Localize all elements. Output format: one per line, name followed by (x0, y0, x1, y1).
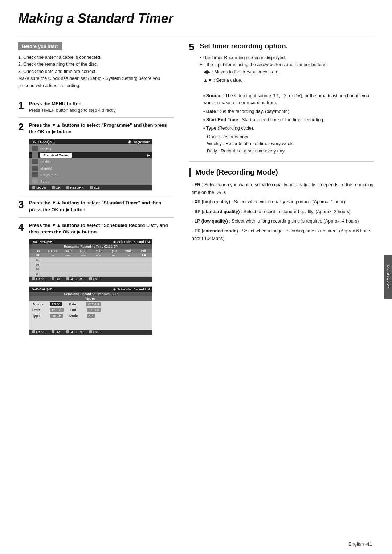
before-you-start-content: 1. Check the antenna cable is connected.… (18, 54, 174, 89)
step-1: 1 Press the MENU button. Press TIMER but… (18, 101, 174, 113)
step-4-screen-1: DVD-RAM(VR) ◉ Scheduled Record List Rema… (29, 239, 152, 282)
mode-bar-icon (189, 168, 191, 177)
step-5: 5 Set timer recording option. • The Time… (189, 42, 374, 155)
step-2-screen: DVD-RAM(VR) ◉ Programme Fin.End Standard… (29, 139, 152, 191)
before-you-start-box: Before you start (18, 42, 62, 50)
step-2: 2 Press the ▼▲ buttons to select "Progra… (18, 122, 174, 135)
step-4-screen-2: DVD-RAM(VR) ◉ Scheduled Record List Rema… (29, 286, 152, 335)
side-tab: Recording (384, 255, 392, 299)
page-title: Making a Standard Timer (18, 11, 374, 29)
mode-section: Mode (Recording Mode) - FR : Select when… (189, 168, 374, 242)
step-4: 4 Press the ▼▲ buttons to select "Schedu… (18, 222, 174, 235)
page-footer: English -41 (348, 541, 372, 547)
step-3: 3 Press the ▼▲ buttons to select "Standa… (18, 200, 174, 213)
